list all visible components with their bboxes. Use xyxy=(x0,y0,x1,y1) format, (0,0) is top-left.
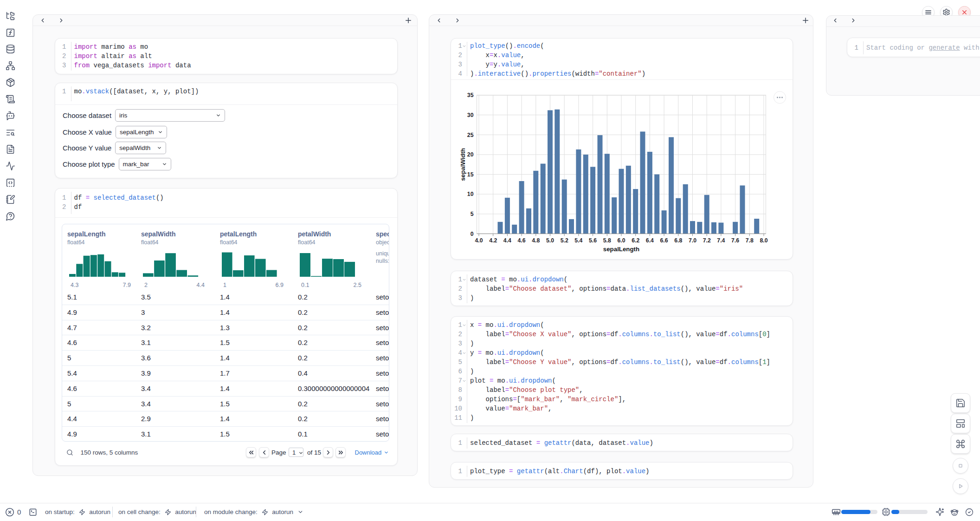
svg-text:0: 0 xyxy=(471,231,474,237)
svg-text:5: 5 xyxy=(471,211,474,217)
svg-text:20: 20 xyxy=(467,151,474,158)
svg-text:25: 25 xyxy=(467,132,474,138)
svg-text:4.2: 4.2 xyxy=(489,237,497,244)
svg-text:4.6: 4.6 xyxy=(518,237,526,244)
svg-text:15: 15 xyxy=(467,171,474,178)
svg-text:35: 35 xyxy=(467,92,474,98)
svg-text:10: 10 xyxy=(467,191,474,197)
svg-text:6.6: 6.6 xyxy=(660,237,668,244)
svg-text:7.2: 7.2 xyxy=(703,237,711,244)
svg-text:8.0: 8.0 xyxy=(760,237,767,244)
svg-text:6.4: 6.4 xyxy=(646,237,654,244)
svg-text:30: 30 xyxy=(467,112,474,118)
svg-text:4.8: 4.8 xyxy=(532,237,540,244)
svg-text:7.0: 7.0 xyxy=(689,237,696,244)
svg-text:5.2: 5.2 xyxy=(561,237,568,244)
svg-text:sepalLength: sepalLength xyxy=(603,246,639,253)
svg-text:5.8: 5.8 xyxy=(603,237,611,244)
svg-text:sepalWidth: sepalWidth xyxy=(459,148,466,181)
svg-text:7.8: 7.8 xyxy=(746,237,754,244)
svg-text:6.8: 6.8 xyxy=(674,237,682,244)
svg-text:5.0: 5.0 xyxy=(546,237,554,244)
svg-text:5.4: 5.4 xyxy=(574,237,582,244)
svg-text:6.0: 6.0 xyxy=(617,237,625,244)
svg-text:4.4: 4.4 xyxy=(503,237,511,244)
svg-text:7.4: 7.4 xyxy=(717,237,725,244)
svg-text:7.6: 7.6 xyxy=(731,237,739,244)
svg-text:6.2: 6.2 xyxy=(632,237,639,244)
svg-text:4.0: 4.0 xyxy=(475,237,483,244)
svg-text:5.6: 5.6 xyxy=(589,237,597,244)
